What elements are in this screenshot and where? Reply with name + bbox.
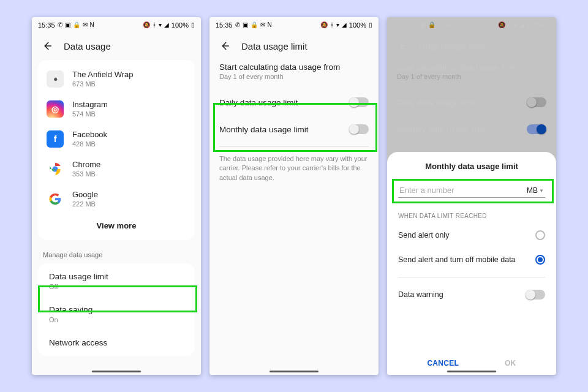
radio-alert-only[interactable]: Send alert only [387, 223, 556, 247]
nav-pill[interactable] [447, 371, 496, 372]
app-size: 353 MB [72, 170, 100, 178]
app-row[interactable]: ⎈ The Anfield Wrap673 MB [38, 64, 195, 94]
toggle-data-warning[interactable]: Data warning [387, 282, 556, 307]
whatsapp-icon: ✆ [235, 22, 240, 28]
radio-label: Send alert only [398, 231, 449, 239]
bottom-sheet: Monthly data usage limit Enter a number … [387, 152, 556, 375]
sheet-actions: CANCEL OK [387, 359, 556, 368]
status-bar: 15:35 ✆ ▣ 🔒 ✉ N 🔕 ᚼ ▾ ◢ 100% ▯ [209, 17, 379, 33]
app-size: 673 MB [72, 80, 133, 88]
section-label: Manage data usage [32, 240, 201, 263]
app-row[interactable]: ◎ Instagram574 MB [38, 94, 195, 124]
setting-data-usage-limit[interactable]: Data usage limit Off [38, 265, 195, 298]
divider [398, 277, 545, 277]
page-title: Data usage limit [241, 41, 307, 51]
bluetooth-icon: ᚼ [330, 22, 334, 28]
calc-sub: Day 1 of every month [209, 73, 379, 89]
message-icon: ✉ [83, 22, 88, 28]
status-time: 15:35 [38, 21, 55, 29]
app-name: Google [72, 190, 98, 199]
toggle-label: Data warning [398, 290, 443, 299]
phone-screen-data-usage: 15:35 ✆ ▣ 🔒 ✉ N 🔕 ᚼ ▾ ◢ 100% ▯ Data usag… [32, 17, 201, 375]
section-caption: WHEN DATA LIMIT REACHED [387, 200, 556, 223]
limit-input[interactable]: Enter a number [399, 186, 522, 195]
manage-card: Data usage limit Off Data saving On Netw… [38, 263, 195, 356]
toggle-label: Monthly data usage limit [219, 125, 309, 134]
setting-data-saving[interactable]: Data saving On [38, 298, 195, 331]
netflix-icon: N [268, 22, 272, 28]
toggle-monthly-limit[interactable]: Monthly data usage limit [209, 116, 379, 143]
unit-label: MB [527, 186, 538, 195]
message-icon: ✉ [260, 22, 265, 28]
wifi-icon: ▾ [159, 22, 162, 28]
whatsapp-icon: ✆ [58, 22, 62, 28]
app-name: Facebook [72, 130, 107, 139]
signal-icon: ◢ [164, 22, 169, 28]
phone-screen-limit-dialog: 15:35 ✆ ▣ 🔒 ✉ N 🔕 ᚼ ▾ ◢ 100% ▯ [387, 17, 556, 375]
setting-title: Data saving [49, 305, 184, 314]
unit-dropdown[interactable]: MB ▼ [527, 186, 544, 195]
ok-button[interactable]: OK [505, 359, 516, 368]
status-bar: 15:35 ✆ ▣ 🔒 ✉ N 🔕 ᚼ ▾ ◢ 100% ▯ [32, 17, 201, 33]
lock-icon: 🔒 [73, 22, 80, 28]
chrome-icon [47, 160, 64, 178]
radio-icon[interactable] [535, 255, 545, 265]
app-size: 574 MB [72, 110, 108, 118]
app-size: 428 MB [72, 140, 107, 148]
battery-text: 100% [172, 21, 189, 29]
switch-icon[interactable] [349, 97, 369, 107]
app-row[interactable]: Google222 MB [38, 184, 195, 214]
date-icon: ▣ [65, 22, 70, 28]
view-more-button[interactable]: View more [38, 214, 195, 236]
setting-sub: Off [49, 283, 184, 290]
app-size: 222 MB [72, 200, 98, 208]
app-name: Instagram [72, 100, 108, 109]
back-arrow-icon[interactable] [42, 40, 53, 51]
app-row[interactable]: f Facebook428 MB [38, 124, 195, 154]
calc-heading[interactable]: Start calculating data usage from [209, 60, 379, 73]
instagram-icon: ◎ [47, 100, 64, 118]
date-icon: ▣ [243, 22, 248, 28]
mute-icon: 🔕 [143, 22, 150, 28]
setting-title: Network access [49, 338, 184, 347]
status-time: 15:35 [216, 21, 233, 29]
battery-icon: ▯ [191, 22, 195, 28]
app-name: Chrome [72, 160, 100, 169]
netflix-icon: N [90, 22, 94, 28]
wifi-icon: ▾ [336, 22, 339, 28]
radio-alert-and-off[interactable]: Send alert and turn off mobile data [387, 247, 556, 272]
setting-title: Data usage limit [49, 272, 184, 281]
phone-screen-data-usage-limit: 15:35 ✆ ▣ 🔒 ✉ N 🔕 ᚼ ▾ ◢ 100% ▯ Data usag… [209, 17, 379, 375]
cancel-button[interactable]: CANCEL [427, 359, 459, 368]
back-arrow-icon[interactable] [219, 40, 230, 51]
toggle-daily-limit[interactable]: Daily data usage limit [209, 89, 379, 116]
signal-icon: ◢ [342, 22, 347, 28]
page-header: Data usage limit [209, 33, 379, 60]
limit-input-row: Enter a number MB ▼ [398, 182, 545, 198]
setting-sub: On [49, 316, 184, 323]
apps-card: ⎈ The Anfield Wrap673 MB ◎ Instagram574 … [38, 60, 195, 240]
toggle-label: Daily data usage limit [219, 98, 298, 107]
page-header: Data usage [32, 33, 201, 60]
battery-icon: ▯ [369, 22, 372, 28]
app-name: The Anfield Wrap [72, 70, 133, 79]
chevron-down-icon: ▼ [539, 188, 544, 194]
google-icon [47, 190, 64, 208]
facebook-icon: f [47, 130, 64, 148]
switch-icon[interactable] [349, 124, 369, 134]
sheet-title: Monthly data usage limit [387, 162, 556, 178]
page-title: Data usage [64, 41, 111, 51]
radio-icon[interactable] [535, 230, 545, 240]
radio-label: Send alert and turn off mobile data [398, 255, 516, 264]
anfield-icon: ⎈ [47, 70, 64, 88]
nav-pill[interactable] [92, 371, 141, 372]
switch-icon[interactable] [526, 290, 545, 300]
divider [219, 146, 369, 147]
battery-text: 100% [349, 21, 366, 29]
setting-network-access[interactable]: Network access [38, 331, 195, 355]
app-row[interactable]: Chrome353 MB [38, 154, 195, 184]
bluetooth-icon: ᚼ [153, 22, 156, 28]
nav-pill[interactable] [270, 371, 318, 372]
lock-icon: 🔒 [251, 22, 258, 28]
mute-icon: 🔕 [320, 22, 328, 28]
